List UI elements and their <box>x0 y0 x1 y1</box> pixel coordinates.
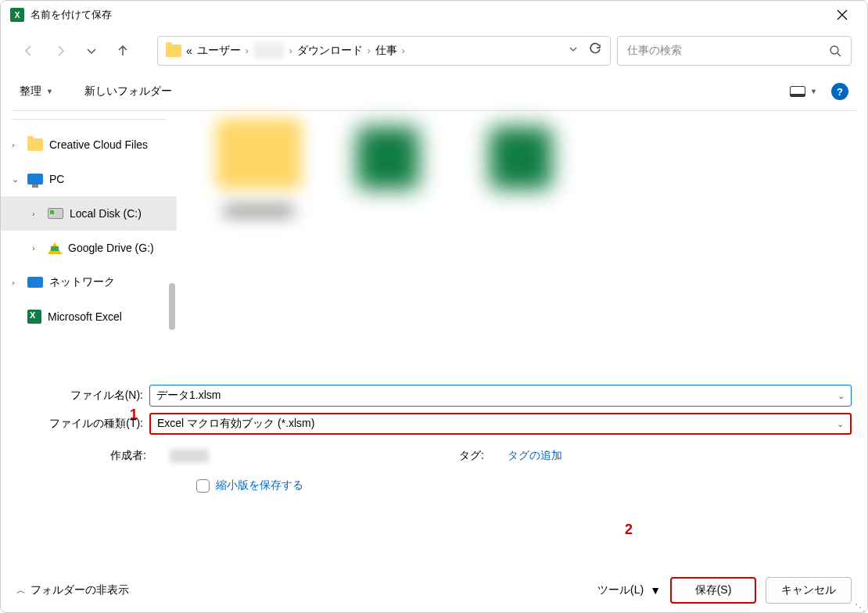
search-box[interactable]: 仕事の検索 <box>617 36 852 66</box>
close-button[interactable] <box>827 1 858 29</box>
up-button[interactable] <box>110 38 135 63</box>
dialog-footer: ︿ フォルダーの非表示 ツール(L) ▼ 保存(S) キャンセル <box>1 568 867 612</box>
hide-folders-toggle[interactable]: ︿ フォルダーの非表示 <box>16 583 129 597</box>
hide-folders-label: フォルダーの非表示 <box>30 583 129 597</box>
breadcrumb-item[interactable]: ダウンロード <box>297 44 363 58</box>
navigation-row: « ユーザー › › ダウンロード › 仕事 › 仕事の検索 <box>1 29 867 73</box>
tree-item-excel[interactable]: Microsoft Excel <box>1 299 177 334</box>
caret-down-icon[interactable]: ⌄ <box>838 391 845 401</box>
tree-label: PC <box>49 173 64 185</box>
close-icon <box>837 9 848 20</box>
breadcrumb-sep: › <box>368 45 371 56</box>
annotation-marker-2: 2 <box>625 522 633 538</box>
chevron-right-icon: › <box>32 243 41 253</box>
address-dropdown-icon[interactable] <box>568 44 579 58</box>
chevron-up-icon: ︿ <box>16 584 26 597</box>
scrollbar[interactable] <box>169 283 175 330</box>
tree-label: Microsoft Excel <box>48 310 122 323</box>
save-button[interactable]: 保存(S) <box>670 577 756 604</box>
tree-label: Local Disk (C:) <box>70 207 142 220</box>
tree-item-pc[interactable]: ⌄ PC <box>1 162 177 196</box>
view-icon <box>790 86 805 97</box>
author-value-redacted[interactable] <box>170 449 209 463</box>
breadcrumb-sep: › <box>402 45 405 56</box>
tree-label: Creative Cloud Files <box>49 138 148 151</box>
search-icon <box>829 45 841 57</box>
svg-line-3 <box>838 53 841 56</box>
annotation-marker-1: 1 <box>130 407 138 423</box>
main-area: › Creative Cloud Files ⌄ PC › Local Disk… <box>1 111 867 377</box>
search-placeholder: 仕事の検索 <box>627 44 823 58</box>
filetype-select[interactable]: Excel マクロ有効ブック (*.xlsm) ⌄ <box>149 413 852 435</box>
tag-label: タグ: <box>459 449 484 463</box>
chevron-right-icon: › <box>12 140 21 149</box>
cancel-button[interactable]: キャンセル <box>766 577 852 604</box>
refresh-button[interactable] <box>588 42 602 59</box>
caret-down-icon[interactable]: ⌄ <box>837 419 844 429</box>
chevron-right-icon: › <box>32 209 41 218</box>
caret-down-icon: ▼ <box>46 88 53 95</box>
pc-icon <box>27 174 43 185</box>
save-button-label: 保存(S) <box>695 583 732 597</box>
svg-point-2 <box>830 46 838 54</box>
file-thumbnail-blurred <box>216 119 302 189</box>
excel-icon <box>27 310 41 324</box>
tree-item-google-drive[interactable]: › Google Drive (G:) <box>1 231 177 265</box>
tree-item-local-disk[interactable]: › Local Disk (C:) <box>1 196 177 231</box>
folder-icon <box>166 45 181 57</box>
tree-label: ネットワーク <box>49 275 115 289</box>
forward-button[interactable] <box>48 38 73 63</box>
resize-grip[interactable] <box>855 600 866 611</box>
folder-icon <box>27 138 43 151</box>
title-bar: X 名前を付けて保存 <box>1 1 867 29</box>
filename-value: データ1.xlsm <box>156 389 221 403</box>
disk-icon <box>48 208 63 219</box>
file-list-area[interactable] <box>177 111 867 377</box>
network-icon <box>27 277 43 288</box>
organize-label: 整理 <box>20 84 41 99</box>
tree-item-network[interactable]: › ネットワーク <box>1 265 177 299</box>
tools-menu[interactable]: ツール(L) ▼ <box>597 583 661 597</box>
thumbnail-checkbox[interactable] <box>196 479 210 493</box>
caret-down-icon: ▼ <box>650 584 661 597</box>
file-thumbnail-blurred <box>490 127 552 189</box>
breadcrumb-item-redacted[interactable] <box>253 43 285 59</box>
recent-dropdown[interactable] <box>79 38 104 63</box>
add-tag-link[interactable]: タグの追加 <box>508 449 562 463</box>
view-menu[interactable]: ▼ <box>790 86 817 97</box>
caret-down-icon: ▼ <box>810 88 817 95</box>
breadcrumb-prefix: « <box>186 45 192 57</box>
tools-label: ツール(L) <box>597 583 644 597</box>
new-folder-label: 新しいフォルダー <box>84 84 172 99</box>
breadcrumb-item[interactable]: ユーザー <box>197 44 241 58</box>
breadcrumb-item[interactable]: 仕事 <box>375 44 397 58</box>
toolbar: 整理 ▼ 新しいフォルダー ▼ ? <box>1 73 867 110</box>
breadcrumb-sep: › <box>246 45 249 56</box>
chevron-right-icon: › <box>12 278 21 287</box>
breadcrumb-sep: › <box>289 45 292 56</box>
address-bar[interactable]: « ユーザー › › ダウンロード › 仕事 › <box>157 36 611 66</box>
file-thumbnail-blurred <box>357 127 419 189</box>
chevron-down-icon: ⌄ <box>12 174 21 185</box>
filetype-value: Excel マクロ有効ブック (*.xlsm) <box>157 417 314 431</box>
thumbnail-checkbox-label: 縮小版を保存する <box>216 479 303 493</box>
save-form: ファイル名(N): データ1.xlsm ⌄ 1 ファイルの種類(T): Exce… <box>1 377 867 493</box>
new-folder-button[interactable]: 新しいフォルダー <box>84 84 172 99</box>
window-title: 名前を付けて保存 <box>30 8 827 22</box>
tree-item-creative-cloud[interactable]: › Creative Cloud Files <box>1 127 177 162</box>
filename-input[interactable]: データ1.xlsm ⌄ <box>149 385 852 407</box>
tree-label: Google Drive (G:) <box>68 242 154 254</box>
filename-label: ファイル名(N): <box>16 389 149 403</box>
help-button[interactable]: ? <box>831 83 848 100</box>
google-drive-icon <box>48 242 62 254</box>
author-label: 作成者: <box>110 449 146 463</box>
organize-menu[interactable]: 整理 ▼ <box>20 84 53 99</box>
cancel-button-label: キャンセル <box>781 583 836 597</box>
back-button[interactable] <box>16 38 41 63</box>
folder-tree: › Creative Cloud Files ⌄ PC › Local Disk… <box>1 111 177 377</box>
excel-app-icon: X <box>10 8 24 22</box>
